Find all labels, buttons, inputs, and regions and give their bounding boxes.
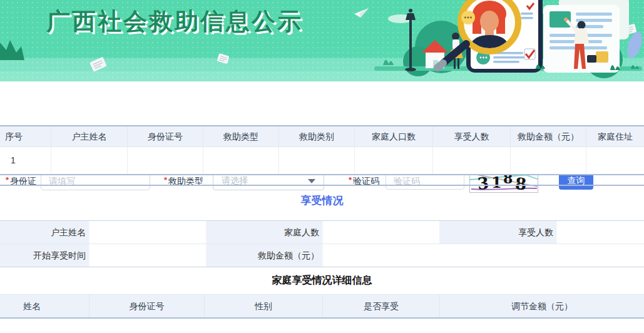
family-detail-table-header: 姓名 身份证号 性别 是否享受 调节金额（元） [0, 294, 644, 319]
results-header-cell: 享受人数 [433, 126, 511, 146]
row-cell [355, 147, 433, 174]
field-value [323, 244, 644, 267]
results-header-cell: 序号 [0, 126, 51, 146]
field-label: 户主姓名 [0, 221, 89, 243]
row-cell [586, 147, 644, 174]
results-header-cell: 家庭人口数 [355, 126, 433, 146]
results-header-cell: 救助类别 [279, 126, 355, 146]
row-cell [51, 147, 128, 174]
row-cell [511, 147, 586, 174]
family-header-cell: 调节金额（元） [440, 295, 644, 317]
field-label: 享受人数 [440, 221, 557, 243]
row-cell [203, 147, 279, 174]
page: 广西社会救助信息公示 * 身份证 * 救助类型 请选择 * 验证码 3 1 8 … [0, 0, 644, 333]
paper-plane-icon [354, 8, 369, 18]
results-header-cell: 救助金额（元） [511, 126, 586, 146]
results-header-cell: 救助类型 [203, 126, 279, 146]
chevron-down-icon [308, 179, 315, 183]
field-value [557, 221, 644, 243]
results-header-cell: 身份证号 [128, 126, 203, 146]
enjoy-row-1: 户主姓名 家庭人数 享受人数 [0, 221, 644, 244]
paper-icon [89, 57, 107, 72]
required-marker: * [6, 175, 9, 185]
field-value [89, 221, 207, 243]
required-marker: * [349, 175, 352, 185]
enjoy-row-2: 开始享受时间 救助金额（元） [0, 244, 644, 267]
table-row: 1 [0, 147, 644, 174]
row-cell [433, 147, 511, 174]
field-value [89, 244, 207, 267]
banner: 广西社会救助信息公示 [0, 0, 644, 81]
family-section-title: 家庭享受情况详细信息 [0, 274, 644, 287]
captcha-digit: 3 [477, 175, 489, 192]
enjoy-section-title: 享受情况 [0, 193, 644, 208]
search-form: * 身份证 * 救助类型 请选择 * 验证码 3 1 8 8 查询 [0, 81, 644, 125]
enjoy-detail-table: 户主姓名 家庭人数 享受人数 开始享受时间 救助金额（元） [0, 220, 644, 267]
row-cell [128, 147, 203, 174]
paper-icon [217, 53, 230, 64]
results-header-cell: 家庭住址 [586, 126, 644, 146]
results-table-header: 序号 户主姓名 身份证号 救助类型 救助类别 家庭人口数 享受人数 救助金额（元… [0, 126, 644, 147]
required-marker: * [164, 175, 167, 185]
field-label: 开始享受时间 [0, 244, 89, 267]
paper-icon [623, 24, 637, 35]
family-header-cell: 姓名 [0, 295, 89, 317]
section-divider [0, 185, 644, 186]
family-header-cell: 身份证号 [89, 295, 205, 317]
results-header-cell: 户主姓名 [51, 126, 128, 146]
row-seq-cell: 1 [0, 147, 51, 174]
family-header-cell: 是否享受 [323, 295, 440, 317]
field-label: 救助金额（元） [207, 244, 323, 267]
field-value [323, 221, 440, 243]
row-cell [279, 147, 355, 174]
page-title: 广西社会救助信息公示 [46, 6, 303, 38]
field-label: 家庭人数 [207, 221, 323, 243]
family-header-cell: 性别 [205, 295, 323, 317]
captcha-digit: 8 [514, 175, 527, 192]
captcha-digit: 1 [491, 175, 502, 190]
results-table: 序号 户主姓名 身份证号 救助类型 救助类别 家庭人口数 享受人数 救助金额（元… [0, 125, 644, 175]
